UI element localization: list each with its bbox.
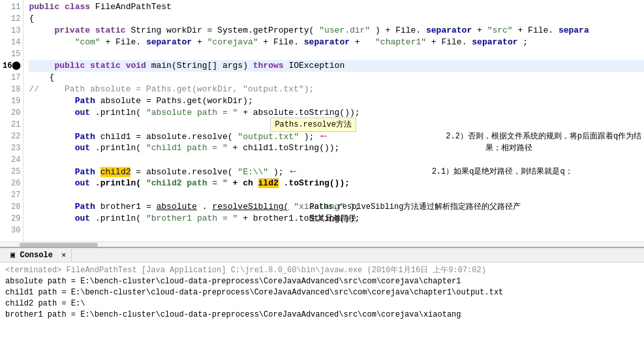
code-line-15 [29,48,644,60]
line-num-23: 23 [3,142,20,154]
line-num-24: 24 [3,154,20,166]
kw-class: class [65,2,90,12]
code-line-14: "com" + File. separator + "corejava" + F… [29,37,644,48]
code-line-29: out .println( "brother1 path = " + broth… [29,213,644,225]
line-num-19: 19 [3,95,20,107]
line-num-16: 16⬤ [3,60,20,72]
line-num-17: 17 [3,72,20,84]
line-num-14: 14 [3,37,20,48]
code-line-22: Path child1 = absolute.resolve( "output.… [29,131,644,142]
code-line-21: Paths.resolve方法 [29,119,644,131]
arrow-icon-25: ← [290,166,296,178]
editor-area: 11 12 13 14 15 16⬤ 17 18 19 20 21 22 23 … [0,0,644,242]
code-line-12: { [29,13,644,25]
code-line-27 [29,189,644,201]
console-tab-close[interactable]: ✕ [61,251,66,260]
tooltip-22-right: 2.2）否则，根据文件系统的规则，将p后面跟着q作为结 [309,131,641,142]
line-num-20: 20 [3,107,20,119]
console-content: <terminated> FileAndPathTest [Java Appli… [0,262,644,323]
highlight-child2: child2 [100,167,131,177]
line-num-11: 11 [3,1,20,13]
kw-public: public [29,2,59,12]
line-num-27: 27 [3,189,20,201]
line-num-12: 12 [3,13,20,25]
code-line-16: public static void main(String[] args) t… [29,60,644,72]
highlight-ild2: ild2 [258,178,279,188]
line-num-29: 29 [3,213,20,225]
console-tab-label: Console [20,251,52,260]
line-num-15: 15 [3,48,20,60]
console-output-line-3: brother1 path = E:\bench-cluster\cloud-d… [5,309,639,321]
tooltip-28-right: Paths.resolveSibling方法通过解析指定路径的父路径产 [309,201,521,213]
line-num-26: 26 [3,178,20,189]
console-area: ▣ Console ✕ <terminated> FileAndPathTest… [0,247,644,323]
code-line-25: Path child2 = absolute.resolve( "E:\\" )… [29,166,644,178]
console-terminated-line: <terminated> FileAndPathTest [Java Appli… [5,265,639,276]
console-output-line-2: child2 path = E:\ [5,298,639,309]
code-line-30 [29,225,644,236]
tooltip-25-right: 2.1）如果q是绝对路径，则结果就是q； [309,166,572,178]
console-output-line-0: absolute path = E:\bench-cluster\cloud-d… [5,276,639,287]
code-line-23: out .println( "child1 path = " + child1.… [29,142,644,154]
code-content: public class FileAndPathTest { private s… [23,0,644,242]
line-num-25: 25 [3,166,20,178]
horizontal-scrollbar[interactable] [0,242,644,247]
line-numbers: 11 12 13 14 15 16⬤ 17 18 19 20 21 22 23 … [0,0,23,242]
code-line-26: out .println( "child2 path = " + ch ild2… [29,178,644,189]
code-line-11: public class FileAndPathTest [29,1,644,13]
code-line-13: private static String workDir = System.g… [29,25,644,37]
line-num-22: 22 [3,131,20,142]
console-output-line-1: child1 path = E:\bench-cluster\cloud-dat… [5,287,639,298]
scrollbar-thumb[interactable] [20,243,98,247]
underline-resolvesibling: resolveSibling( [212,202,288,212]
tooltip-paths-resolve: Paths.resolve方法 [270,118,356,132]
console-icon: ▣ [10,251,20,260]
line-num-21: 21 [3,119,20,131]
tooltip-29-right: 生其兄弟路径 [309,213,356,225]
console-tab[interactable]: ▣ Console ✕ [5,249,72,261]
code-container: 11 12 13 14 15 16⬤ 17 18 19 20 21 22 23 … [0,0,644,242]
code-line-18: // Path absolute = Paths.get(workDir, "o… [29,84,644,95]
console-header: ▣ Console ✕ [0,248,644,262]
line-num-13: 13 [3,25,20,37]
underline-absolute: absolute [157,202,197,212]
code-line-24 [29,154,644,166]
code-line-28: Path brother1 = absolute . resolveSiblin… [29,201,644,213]
tooltip-23-right: 果；相对路径 [485,142,532,154]
line-num-30: 30 [3,225,20,236]
code-line-17: { [29,72,644,84]
line-num-28: 28 [3,201,20,213]
code-line-19: Path absolute = Paths.get(workDir); [29,95,644,107]
line-num-18: 18 [3,84,20,95]
